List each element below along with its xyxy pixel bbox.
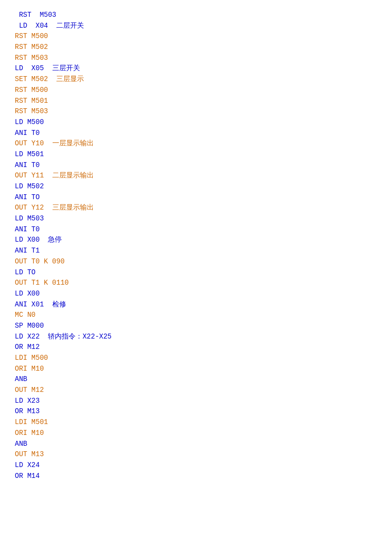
code-line-42: LD X24 [15,460,382,471]
code-line-36: LD X23 [15,396,382,407]
code-line-8: RST M501 [15,96,382,107]
code-line-13: LD M501 [15,149,382,160]
code-line-39: ORI M10 [15,428,382,439]
code-line-19: LD M503 [15,213,382,224]
code-line-10: LD M500 [15,117,382,128]
code-line-21: LD X00 急停 [15,235,382,246]
code-content: RST M503 LD X04 二层开关RST M500RST M502RST … [10,10,382,481]
code-line-14: ANI T0 [15,160,382,171]
code-line-7: RST M500 [15,85,382,96]
code-line-0: RST M503 [15,10,382,21]
code-line-28: MC N0 [15,310,382,321]
code-line-3: RST M502 [15,42,382,53]
code-line-23: OUT T0 K 090 [15,256,382,267]
code-line-17: ANI TO [15,192,382,203]
code-line-24: LD TO [15,267,382,278]
code-line-41: OUT M13 [15,449,382,460]
code-line-12: OUT Y10 一层显示输出 [15,138,382,149]
code-line-34: ANB [15,374,382,385]
code-line-31: OR M12 [15,342,382,353]
code-line-38: LDI M501 [15,417,382,428]
code-line-11: ANI T0 [15,128,382,139]
code-line-16: LD M502 [15,181,382,192]
code-line-27: ANI X01 检修 [15,299,382,310]
code-line-2: RST M500 [15,31,382,42]
code-line-32: LDI M500 [15,353,382,364]
code-line-30: LD X22 轿内指令：X22-X25 [15,332,382,342]
code-line-26: LD X00 [15,289,382,299]
code-line-37: OR M13 [15,406,382,417]
code-line-22: ANI T1 [15,246,382,256]
code-line-43: OR M14 [15,471,382,482]
code-line-40: ANB [15,439,382,450]
code-line-4: RST M503 [15,53,382,64]
code-line-15: OUT Y11 二层显示输出 [15,171,382,181]
code-line-1: LD X04 二层开关 [15,21,382,32]
code-line-5: LD X05 三层开关 [15,63,382,74]
code-line-25: OUT T1 K 0110 [15,278,382,289]
code-line-20: ANI T0 [15,224,382,235]
code-line-33: ORI M10 [15,364,382,375]
code-line-18: OUT Y12 三层显示输出 [15,203,382,213]
code-line-9: RST M503 [15,106,382,117]
code-line-6: SET M502 三层显示 [15,74,382,85]
code-line-35: OUT M12 [15,385,382,396]
code-line-29: SP M000 [15,321,382,332]
